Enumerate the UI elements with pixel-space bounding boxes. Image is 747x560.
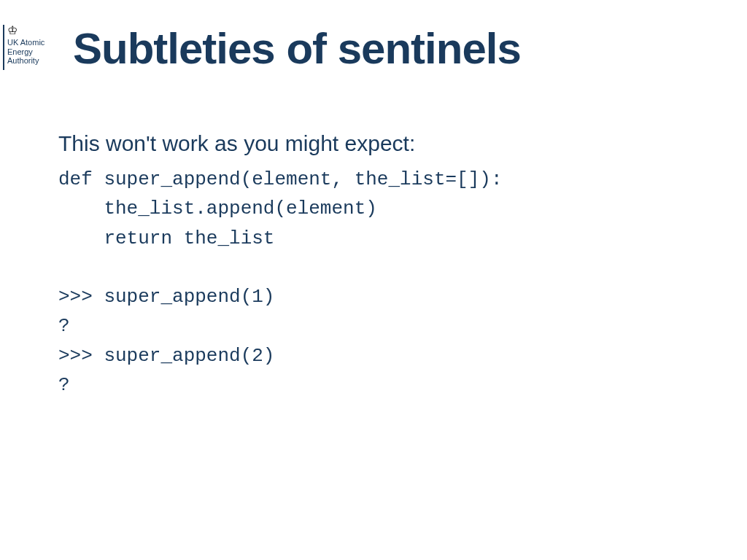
logo-line-3: Authority — [7, 56, 39, 65]
code-block: def super_append(element, the_list=[]): … — [58, 165, 703, 400]
logo-line-2: Energy — [7, 47, 33, 56]
crown-icon: ♔ — [7, 25, 44, 36]
logo-line-1: UK Atomic — [7, 38, 44, 47]
logo-content: ♔ UK Atomic Energy Authority — [7, 25, 44, 66]
logo-org-name: UK Atomic Energy Authority — [7, 38, 44, 66]
logo-divider-bar — [3, 25, 4, 70]
slide-body: This won't work as you might expect: def… — [58, 131, 703, 400]
slide: ♔ UK Atomic Energy Authority Subtleties … — [0, 0, 747, 560]
ukaea-logo: ♔ UK Atomic Energy Authority — [3, 25, 44, 70]
slide-title: Subtleties of sentinels — [73, 23, 718, 74]
intro-text: This won't work as you might expect: — [58, 131, 703, 156]
